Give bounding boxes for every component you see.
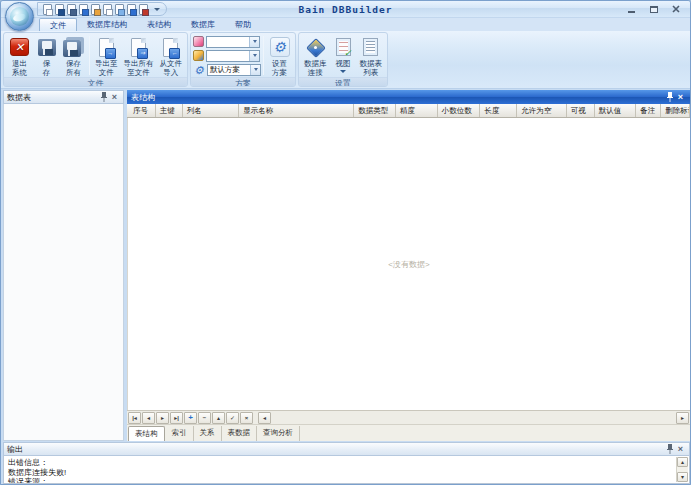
column-header-小数位数[interactable]: 小数位数 bbox=[438, 104, 481, 117]
prev-record-button[interactable]: ◂ bbox=[142, 412, 155, 424]
pin-icon[interactable] bbox=[664, 444, 675, 455]
post-record-button[interactable]: ✓ bbox=[226, 412, 239, 424]
group-label: 设置 bbox=[299, 77, 387, 87]
append-record-button[interactable]: + bbox=[184, 412, 197, 424]
save-button[interactable]: 保存 bbox=[33, 34, 60, 77]
copy-doc-icon[interactable] bbox=[115, 4, 124, 15]
chevron-down-icon[interactable] bbox=[249, 37, 259, 47]
output-panel-header: 输出 × bbox=[3, 442, 690, 456]
column-header-删除标识[interactable]: 删除标识 bbox=[661, 104, 690, 117]
application-menu-button[interactable] bbox=[5, 2, 34, 31]
column-header-主键[interactable]: 主键 bbox=[156, 104, 183, 117]
ribbon-tab-数据库结构[interactable]: 数据库结构 bbox=[77, 18, 137, 31]
exit-system-button[interactable]: 退出系统 bbox=[6, 34, 33, 77]
close-icon[interactable]: × bbox=[109, 92, 120, 103]
close-button[interactable] bbox=[669, 4, 682, 14]
close-icon[interactable]: × bbox=[675, 444, 686, 455]
column-header-默认值[interactable]: 默认值 bbox=[595, 104, 637, 117]
column-header-长度[interactable]: 长度 bbox=[480, 104, 517, 117]
column-header-精度[interactable]: 精度 bbox=[396, 104, 438, 117]
window-controls bbox=[625, 4, 682, 14]
cancel-record-button[interactable]: × bbox=[240, 412, 253, 424]
new-doc-icon[interactable] bbox=[43, 4, 52, 15]
column-header-显示名称[interactable]: 显示名称 bbox=[239, 104, 354, 117]
tab-查询分析[interactable]: 查询分析 bbox=[257, 426, 300, 441]
scheme-combobox-2[interactable] bbox=[206, 50, 260, 62]
pin-icon[interactable] bbox=[664, 92, 675, 103]
column-header-数据类型[interactable]: 数据类型 bbox=[354, 104, 396, 117]
column-header-备注[interactable]: 备注 bbox=[636, 104, 661, 117]
scroll-left-button[interactable]: ◂ bbox=[258, 412, 271, 424]
tab-表数据[interactable]: 表数据 bbox=[222, 426, 258, 441]
close-icon bbox=[672, 5, 680, 13]
scheme-combobox-1[interactable] bbox=[206, 36, 260, 48]
save-all-icon bbox=[63, 40, 81, 57]
scheme-form-icon[interactable] bbox=[193, 36, 204, 47]
chevron-down-icon[interactable] bbox=[249, 51, 259, 61]
ribbon-tab-表结构[interactable]: 表结构 bbox=[137, 18, 181, 31]
button-label: 视图 bbox=[336, 60, 351, 69]
column-header-序号[interactable]: 序号 bbox=[129, 104, 156, 117]
import-doc-icon[interactable] bbox=[91, 4, 100, 15]
empty-data-watermark: <没有数据> bbox=[128, 259, 690, 270]
check-doc-icon[interactable] bbox=[127, 4, 136, 15]
quick-access-toolbar bbox=[37, 2, 167, 16]
button-label: 存 bbox=[43, 69, 51, 78]
database-connection-button[interactable]: 数据库连接 bbox=[301, 34, 330, 77]
last-record-button[interactable]: ▸| bbox=[170, 412, 183, 424]
scheme-style-icon[interactable] bbox=[193, 50, 204, 61]
pin-icon[interactable] bbox=[98, 92, 109, 103]
scroll-right-button[interactable]: ▸ bbox=[676, 412, 689, 424]
tab-索引[interactable]: 索引 bbox=[166, 426, 194, 441]
export-all-to-file-button[interactable]: 导出所有至文件 bbox=[121, 34, 157, 77]
grid-body[interactable]: <没有数据> bbox=[127, 118, 690, 410]
output-panel: 输出 × 出错信息：数据库连接失败!错误来源： ▴ ▾ bbox=[3, 442, 690, 484]
chevron-down-icon bbox=[340, 70, 346, 73]
output-log[interactable]: 出错信息：数据库连接失败!错误来源： ▴ ▾ bbox=[3, 456, 690, 484]
data-tables-list[interactable] bbox=[3, 104, 124, 441]
scroll-down-button[interactable]: ▾ bbox=[677, 472, 688, 482]
ribbon-tab-帮助[interactable]: 帮助 bbox=[225, 18, 261, 31]
delete-doc-icon[interactable] bbox=[139, 4, 148, 15]
ribbon-tab-数据库[interactable]: 数据库 bbox=[181, 18, 225, 31]
export-to-file-button[interactable]: 导出至文件 bbox=[92, 34, 121, 77]
export-doc-icon[interactable] bbox=[79, 4, 88, 15]
save-icon[interactable] bbox=[67, 4, 76, 15]
panel-title: 表结构 bbox=[131, 92, 155, 103]
import-from-file-button[interactable]: 从文件导入 bbox=[157, 34, 186, 77]
column-header-列名[interactable]: 列名 bbox=[183, 104, 240, 117]
table-list-button[interactable]: 数据表列表 bbox=[357, 34, 386, 77]
title-bar: Bain DBBuilder bbox=[1, 1, 690, 18]
first-record-button[interactable]: |◂ bbox=[128, 412, 141, 424]
edit-icon[interactable] bbox=[55, 4, 64, 15]
data-tables-panel: 数据表 × bbox=[3, 90, 124, 441]
scroll-up-button[interactable]: ▴ bbox=[677, 457, 688, 467]
ribbon-tab-文件[interactable]: 文件 bbox=[39, 18, 77, 31]
view-button[interactable]: 视图 bbox=[330, 34, 357, 77]
vertical-scrollbar[interactable]: ▴ ▾ bbox=[676, 457, 688, 482]
scheme-combobox-3[interactable]: 默认方案 bbox=[207, 64, 261, 76]
tab-关系[interactable]: 关系 bbox=[194, 426, 222, 441]
close-icon[interactable]: × bbox=[675, 92, 686, 103]
edit-record-button[interactable]: ▴ bbox=[212, 412, 225, 424]
app-window: Bain DBBuilder 文件数据库结构表结构数据库帮助 退出系统保存保存所… bbox=[0, 0, 691, 485]
save-all-button[interactable]: 保存所有 bbox=[60, 34, 87, 77]
table-structure-panel-header: 表结构 × bbox=[127, 90, 690, 104]
blank-doc-icon[interactable] bbox=[103, 4, 112, 15]
scheme-combo-stack: 默认方案 bbox=[193, 34, 261, 77]
column-header-允许为空[interactable]: 允许为空 bbox=[517, 104, 567, 117]
chevron-down-icon[interactable] bbox=[153, 4, 160, 15]
restore-button[interactable] bbox=[647, 4, 660, 14]
column-header-可视[interactable]: 可视 bbox=[567, 104, 595, 117]
next-record-button[interactable]: ▸ bbox=[156, 412, 169, 424]
chevron-down-icon[interactable] bbox=[250, 65, 260, 75]
export-all-file-icon bbox=[131, 38, 146, 57]
scheme-gear-icon[interactable] bbox=[193, 64, 205, 76]
set-scheme-button[interactable]: 设置方案 bbox=[266, 34, 293, 77]
button-label: 方案 bbox=[272, 69, 287, 78]
table-structure-panel: 表结构 × 序号主键列名显示名称数据类型精度小数位数长度允许为空可视默认值备注删… bbox=[127, 90, 690, 441]
tab-表结构[interactable]: 表结构 bbox=[128, 426, 165, 441]
delete-record-button[interactable]: − bbox=[198, 412, 211, 424]
minimize-button[interactable] bbox=[625, 4, 638, 14]
ribbon: 退出系统保存保存所有导出至文件导出所有至文件从文件导入 文件 默认方案设置方案 … bbox=[1, 31, 690, 89]
